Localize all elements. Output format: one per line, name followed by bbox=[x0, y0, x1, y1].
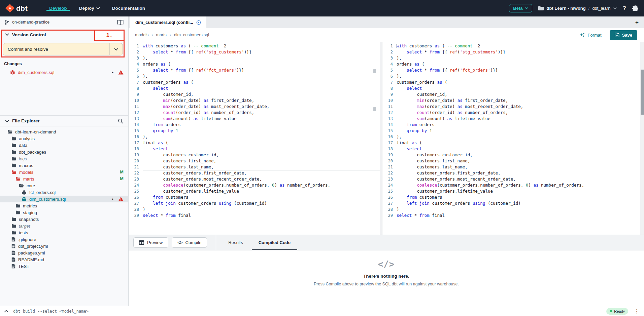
code-line-content[interactable]: customer_orders as ( bbox=[143, 79, 380, 85]
help-icon[interactable]: ? bbox=[623, 5, 626, 11]
code-line[interactable]: 2 select * from {{ ref('stg_customers')}… bbox=[382, 49, 644, 55]
code-line-content[interactable]: orders as ( bbox=[397, 61, 644, 67]
code-line[interactable]: 29select * from final bbox=[129, 212, 380, 219]
code-line-content[interactable]: final as ( bbox=[143, 140, 380, 146]
file-tree-item[interactable]: dim_customers.sql• bbox=[0, 196, 128, 202]
code-line[interactable]: 6), bbox=[382, 73, 644, 79]
code-line-content[interactable]: customers.first_name, bbox=[143, 158, 380, 164]
code-line[interactable]: 18 select bbox=[129, 146, 380, 152]
file-tree-item[interactable]: snapshots bbox=[0, 216, 128, 223]
file-tree-item[interactable]: dbt_project.yml bbox=[0, 243, 128, 249]
code-line[interactable]: 24 coalesce(customer_orders.number_of_or… bbox=[129, 182, 380, 188]
code-line-content[interactable]: customer_orders.lifetime_value bbox=[143, 188, 380, 194]
code-line[interactable]: 29select * from final bbox=[382, 212, 644, 219]
change-list-item[interactable]: dim_customers.sql• bbox=[0, 68, 128, 76]
file-tree-item[interactable]: martsM bbox=[0, 175, 128, 182]
code-line-content[interactable]: left join customer_orders using (custome… bbox=[143, 200, 380, 206]
new-tab-plus-icon[interactable]: + bbox=[635, 19, 639, 26]
code-line-content[interactable]: select * from {{ ref('stg_customers')}} bbox=[397, 49, 644, 55]
file-tree-item[interactable]: fct_orders.sql bbox=[0, 189, 128, 196]
code-line[interactable]: 15 group by 1 bbox=[129, 128, 380, 134]
nav-item-develop[interactable]: Develop bbox=[43, 6, 73, 11]
code-line[interactable]: 20 customers.first_name, bbox=[129, 158, 380, 164]
settings-gear-icon[interactable] bbox=[632, 5, 638, 11]
code-line-content[interactable]: customer_id, bbox=[143, 91, 380, 97]
code-line-content[interactable]: select * from {{ ref('fct_orders')}} bbox=[397, 67, 644, 73]
editor-split-handle[interactable] bbox=[380, 42, 382, 235]
code-line[interactable]: 6), bbox=[129, 73, 380, 79]
search-icon[interactable] bbox=[118, 118, 123, 124]
code-line[interactable]: 10 min(order_date) as first_order_date, bbox=[382, 97, 644, 104]
code-line[interactable]: 13 sum(amount) as lifetime_value bbox=[382, 116, 644, 122]
code-line-content[interactable]: left join customer_orders using (custome… bbox=[397, 200, 644, 206]
breadcrumb-item[interactable]: dim_customers.sql bbox=[174, 33, 209, 37]
dbt-logo[interactable]: dbt bbox=[5, 4, 28, 13]
code-line[interactable]: 11 max(order_date) as most_recent_order_… bbox=[382, 104, 644, 110]
code-line-content[interactable]: with customers as ( -- comment 2 bbox=[397, 43, 644, 49]
save-button[interactable]: Save bbox=[610, 30, 637, 40]
file-tree-item[interactable]: TEST bbox=[0, 263, 128, 270]
code-line[interactable]: 26 from customers bbox=[382, 194, 644, 200]
code-line-content[interactable]: select bbox=[143, 146, 380, 152]
code-line-content[interactable]: from orders bbox=[397, 122, 644, 128]
code-line[interactable]: 7customer_orders as ( bbox=[129, 79, 380, 85]
code-line-content[interactable]: select * from final bbox=[143, 212, 380, 219]
code-line-content[interactable]: group by 1 bbox=[143, 128, 380, 134]
code-line-content[interactable]: from customers bbox=[397, 194, 644, 200]
code-line[interactable]: 22 customer_orders.first_order_date, bbox=[382, 170, 644, 176]
code-line[interactable]: 11 max(order_date) as most_recent_order_… bbox=[129, 104, 380, 110]
code-line[interactable]: 21 customers.last_name, bbox=[382, 164, 644, 170]
commit-dropdown-chevron-icon[interactable] bbox=[110, 48, 123, 51]
code-line-content[interactable]: ) bbox=[143, 206, 380, 212]
beta-button[interactable]: Beta bbox=[509, 4, 532, 12]
code-line-content[interactable]: with customers as ( -- comment 2 bbox=[143, 43, 380, 49]
code-line-content[interactable]: ), bbox=[143, 134, 380, 140]
code-line[interactable]: 21 customers.last_name, bbox=[129, 164, 380, 170]
file-explorer-header[interactable]: File Explorer bbox=[0, 115, 128, 126]
code-line-content[interactable]: sum(amount) as lifetime_value bbox=[143, 116, 380, 122]
code-line-content[interactable]: from customers bbox=[143, 194, 380, 200]
code-line-content[interactable]: sum(amount) as lifetime_value bbox=[397, 116, 644, 122]
vertical-scrollbar[interactable] bbox=[640, 42, 644, 235]
code-line-content[interactable]: customer_orders.first_order_date, bbox=[397, 170, 644, 176]
code-line[interactable]: 27 left join customer_orders using (cust… bbox=[382, 200, 644, 206]
code-line[interactable]: 17final as ( bbox=[382, 140, 644, 146]
code-line-content[interactable]: select * from {{ ref('stg_customers')}} bbox=[143, 49, 380, 55]
code-editor-right[interactable]: 1with customers as ( -- comment 22 selec… bbox=[382, 42, 644, 235]
code-line[interactable]: 7customer_orders as ( bbox=[382, 79, 644, 85]
code-line-content[interactable]: customers.last_name, bbox=[143, 164, 380, 170]
code-line[interactable]: 14 from orders bbox=[382, 122, 644, 128]
file-tree-item[interactable]: README.md bbox=[0, 256, 128, 263]
code-line[interactable]: 22 customer_orders.first_order_date, bbox=[129, 170, 380, 176]
code-line[interactable]: 1with customers as ( -- comment 2 bbox=[382, 43, 644, 49]
code-line[interactable]: 28) bbox=[129, 206, 380, 212]
code-line[interactable]: 9 customer_id, bbox=[129, 91, 380, 97]
scrollbar-thumb[interactable] bbox=[641, 70, 644, 115]
code-line-content[interactable]: select bbox=[397, 85, 644, 91]
code-line-content[interactable]: ), bbox=[397, 55, 644, 61]
file-tree-item[interactable]: logs bbox=[0, 155, 128, 162]
kebab-menu-icon[interactable]: ⋮ bbox=[633, 308, 641, 314]
file-tree-item[interactable]: packages.yml bbox=[0, 249, 128, 256]
file-tree-item[interactable]: .gitignore bbox=[0, 236, 128, 243]
code-line[interactable]: 4orders as ( bbox=[382, 61, 644, 67]
code-line-content[interactable]: count(order_id) as number_of_orders, bbox=[143, 110, 380, 116]
nav-item-deploy[interactable]: Deploy bbox=[73, 6, 106, 11]
nav-item-documentation[interactable]: Documentation bbox=[106, 6, 151, 11]
git-branch-row[interactable]: on-demand-practice bbox=[0, 16, 128, 28]
compile-button[interactable]: </> Compile bbox=[172, 237, 207, 248]
tab-compiled-code[interactable]: Compiled Code bbox=[259, 235, 291, 250]
code-line-content[interactable]: customers.last_name, bbox=[397, 164, 644, 170]
code-line[interactable]: 17final as ( bbox=[129, 140, 380, 146]
code-line[interactable]: 15 group by 1 bbox=[382, 128, 644, 134]
code-line[interactable]: 8 select bbox=[129, 85, 380, 91]
code-line-content[interactable]: customer_orders as ( bbox=[397, 79, 644, 85]
code-line[interactable]: 27 left join customer_orders using (cust… bbox=[129, 200, 380, 206]
code-line[interactable]: 12 count(order_id) as number_of_orders, bbox=[129, 110, 380, 116]
code-line[interactable]: 13 sum(amount) as lifetime_value bbox=[129, 116, 380, 122]
code-line-content[interactable]: coalesce(customer_orders.number_of_order… bbox=[397, 182, 644, 188]
code-line-content[interactable]: ), bbox=[143, 55, 380, 61]
command-input[interactable]: dbt build --select <model_name> bbox=[13, 309, 89, 314]
file-tree-item[interactable]: metrics bbox=[0, 202, 128, 209]
code-line-content[interactable]: select bbox=[397, 146, 644, 152]
